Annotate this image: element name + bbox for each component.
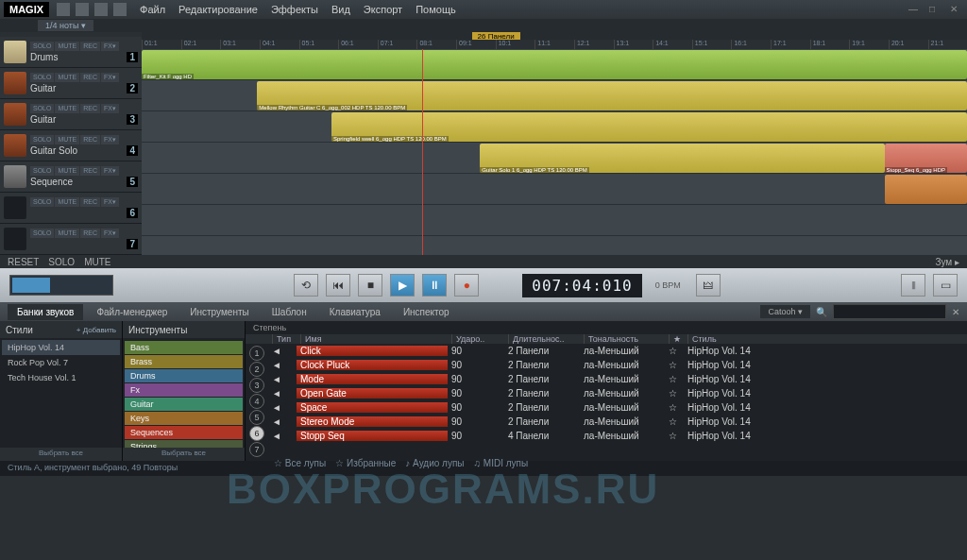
maximize-icon[interactable]: □ <box>929 4 942 15</box>
track-btn[interactable]: FX▾ <box>101 73 119 82</box>
ruler-tick[interactable]: 16:1 <box>731 40 771 49</box>
search-input[interactable] <box>833 304 946 319</box>
playhead[interactable] <box>422 49 423 255</box>
track-btn[interactable]: SOLO <box>30 229 54 238</box>
ruler-tick[interactable]: 04:1 <box>260 40 299 49</box>
column-header[interactable]: ★ <box>669 334 687 344</box>
audio-clip[interactable]: Filter_Kit F ogg HD <box>142 50 967 79</box>
pitch-button[interactable]: 7 <box>249 442 264 457</box>
menu-view[interactable]: Вид <box>331 4 350 15</box>
tab-template[interactable]: Шаблон <box>263 304 316 320</box>
ruler-tick[interactable]: 07:1 <box>378 40 417 49</box>
pitch-button[interactable]: 3 <box>249 378 264 393</box>
video-button[interactable]: ▭ <box>933 274 958 297</box>
menu-help[interactable]: Помощь <box>416 4 456 15</box>
filter-button[interactable]: ♪ Аудио лупы <box>405 458 464 468</box>
track-btn[interactable]: MUTE <box>55 197 79 207</box>
instrument-item[interactable]: Sequences <box>125 426 243 439</box>
mixer-button[interactable]: ⦀ <box>901 274 925 297</box>
track-btn[interactable]: MUTE <box>55 135 79 144</box>
track-btn[interactable]: REC <box>80 135 100 144</box>
ruler-tick[interactable]: 01:1 <box>142 40 181 49</box>
track-btn[interactable]: MUTE <box>55 42 79 51</box>
ruler-tick[interactable]: 12:1 <box>574 40 614 49</box>
list-item[interactable]: ◄Space 902 Панели ла-Меньший☆HipHop Vol.… <box>268 400 967 415</box>
record-button[interactable]: ● <box>454 274 479 297</box>
list-item[interactable]: ◄Open Gate 902 Панели ла-Меньший☆HipHop … <box>268 386 967 400</box>
add-style-button[interactable]: + Добавить <box>76 326 116 334</box>
timecode-display[interactable]: 007:04:010 <box>522 274 641 297</box>
track-header[interactable]: SOLOMUTERECFX▾ 6 <box>0 193 142 224</box>
menu-edit[interactable]: Редактирование <box>178 4 258 15</box>
undo-icon[interactable] <box>113 3 127 16</box>
open-icon[interactable] <box>76 3 89 16</box>
track-btn[interactable]: FX▾ <box>101 166 119 176</box>
track-header[interactable]: SOLOMUTERECFX▾ Drums1 <box>0 37 142 68</box>
stop-button[interactable]: ■ <box>358 274 382 297</box>
time-ruler[interactable]: 01:102:103:104:105:106:107:108:109:110:1… <box>142 40 967 49</box>
instrument-item[interactable]: Fx <box>125 383 243 397</box>
close-browser-icon[interactable]: ✕ <box>952 307 959 317</box>
search-source-select[interactable]: Catooh ▾ <box>760 305 810 318</box>
ruler-tick[interactable]: 19:1 <box>849 40 889 49</box>
marker-ruler[interactable]: 26 Панели <box>142 32 967 40</box>
pause-button[interactable]: ⏸ <box>422 274 447 297</box>
overview[interactable] <box>9 275 113 296</box>
track-btn[interactable]: MUTE <box>55 73 79 82</box>
zoom-label[interactable]: Зум ▸ <box>935 257 959 267</box>
list-item[interactable]: ◄Stopp Seq 904 Панели ла-Меньший☆HipHop … <box>268 429 967 443</box>
instrument-item[interactable]: Strings <box>125 440 243 448</box>
style-item[interactable]: Rock Pop Vol. 7 <box>2 355 120 370</box>
column-header[interactable]: Тональность <box>584 334 669 344</box>
menu-export[interactable]: Экспорт <box>364 4 402 15</box>
filter-button[interactable]: ☆ Все лупы <box>274 458 326 468</box>
ruler-tick[interactable]: 03:1 <box>220 40 260 49</box>
ruler-tick[interactable]: 15:1 <box>692 40 732 49</box>
track-btn[interactable]: SOLO <box>30 42 54 51</box>
column-header[interactable]: Тип <box>272 334 300 344</box>
track-btn[interactable]: REC <box>80 42 100 51</box>
track-btn[interactable]: FX▾ <box>101 197 119 207</box>
instrument-item[interactable]: Bass <box>125 341 243 354</box>
track-btn[interactable]: SOLO <box>30 73 54 82</box>
ruler-tick[interactable]: 11:1 <box>534 40 574 49</box>
instrument-item[interactable]: Keys <box>125 412 243 425</box>
track-header[interactable]: SOLOMUTERECFX▾ Guitar2 <box>0 68 142 99</box>
ruler-tick[interactable]: 09:1 <box>456 40 496 49</box>
pitch-button[interactable]: 6 <box>249 426 264 441</box>
tab-filemanager[interactable]: Файл-менеджер <box>87 304 177 320</box>
ruler-tick[interactable]: 17:1 <box>771 40 810 49</box>
ruler-tick[interactable]: 13:1 <box>614 40 653 49</box>
tab-soundbanks[interactable]: Банки звуков <box>8 304 83 320</box>
column-header[interactable]: Длительнос.. <box>508 334 584 344</box>
ruler-tick[interactable]: 05:1 <box>299 40 339 49</box>
track-btn[interactable]: FX▾ <box>101 42 119 51</box>
track-btn[interactable]: FX▾ <box>101 104 119 113</box>
audio-clip[interactable]: Springfield swell 6_ogg HDP TS 120.00 BP… <box>331 112 967 142</box>
track-btn[interactable]: SOLO <box>30 166 54 176</box>
styles-selectall[interactable]: Выбрать все <box>0 448 122 461</box>
track-btn[interactable]: SOLO <box>30 197 54 207</box>
column-header[interactable]: Стиль <box>687 334 801 344</box>
ruler-tick[interactable]: 14:1 <box>653 40 692 49</box>
menu-file[interactable]: Файл <box>140 4 165 15</box>
list-item[interactable]: ◄Stereo Mode 902 Панели ла-Меньший☆HipHo… <box>268 415 967 429</box>
reset-button[interactable]: RESET <box>8 257 39 267</box>
instrument-item[interactable]: Brass <box>125 355 243 368</box>
column-header[interactable]: Имя <box>300 334 451 344</box>
style-item[interactable]: HipHop Vol. 14 <box>2 340 120 355</box>
ruler-tick[interactable]: 10:1 <box>496 40 535 49</box>
track-btn[interactable]: FX▾ <box>101 135 119 144</box>
tab-keyboard[interactable]: Клавиатура <box>320 304 390 320</box>
solo-button[interactable]: SOLO <box>48 257 75 267</box>
new-icon[interactable] <box>57 3 70 16</box>
ruler-tick[interactable]: 20:1 <box>889 40 928 49</box>
track-btn[interactable]: REC <box>80 73 100 82</box>
list-item[interactable]: ◄Clock Pluck 902 Панели ла-Меньший☆HipHo… <box>268 358 967 372</box>
search-icon[interactable]: 🔍 <box>816 307 827 317</box>
instruments-selectall[interactable]: Выбрать все <box>123 448 245 461</box>
track-btn[interactable]: SOLO <box>30 135 54 144</box>
track-btn[interactable]: REC <box>80 229 100 238</box>
ruler-tick[interactable]: 08:1 <box>416 40 456 49</box>
pitch-button[interactable]: 4 <box>249 394 264 409</box>
